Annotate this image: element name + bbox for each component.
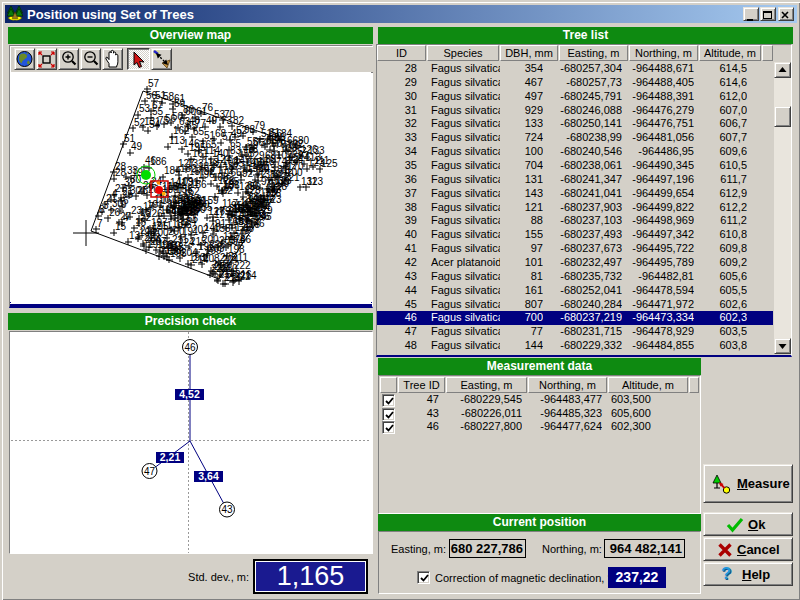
svg-text:188: 188 [182,202,199,213]
svg-text:46: 46 [145,155,157,166]
svg-text:2,21: 2,21 [160,451,181,463]
svg-text:52: 52 [134,117,146,128]
svg-text:136: 136 [223,180,240,191]
svg-text:4: 4 [123,212,129,223]
svg-text:198: 198 [157,239,174,250]
svg-text:73: 73 [255,137,267,148]
svg-text:50: 50 [172,111,184,122]
svg-text:55: 55 [193,126,205,137]
svg-text:193: 193 [189,252,206,263]
svg-text:157: 157 [223,161,240,172]
svg-text:30: 30 [130,174,142,185]
svg-text:98: 98 [244,124,256,135]
svg-text:105: 105 [230,208,247,219]
svg-text:95: 95 [288,152,300,163]
svg-text:81: 81 [269,127,281,138]
svg-text:211: 211 [232,252,248,263]
svg-text:211: 211 [218,268,234,279]
svg-text:26: 26 [109,207,121,218]
svg-text:111: 111 [314,155,330,166]
svg-text:132: 132 [301,176,318,187]
svg-text:121: 121 [283,172,300,183]
svg-text:73: 73 [221,115,233,126]
svg-text:28: 28 [115,167,127,178]
svg-text:55: 55 [152,106,164,117]
svg-text:186: 186 [190,179,207,190]
svg-text:49: 49 [131,141,143,152]
svg-text:8: 8 [99,204,105,215]
svg-text:155: 155 [238,148,255,159]
svg-text:21: 21 [106,193,118,204]
svg-text:57: 57 [148,78,160,89]
svg-text:4,52: 4,52 [179,388,200,400]
svg-text:76: 76 [202,102,214,113]
svg-text:184: 184 [164,165,181,176]
svg-text:59: 59 [174,98,186,109]
svg-text:156: 156 [253,211,270,222]
svg-text:47: 47 [144,466,156,477]
svg-text:118: 118 [162,181,178,192]
svg-text:301: 301 [130,185,147,196]
svg-text:182: 182 [180,163,197,174]
svg-text:22: 22 [140,212,152,223]
svg-text:49: 49 [206,115,218,126]
svg-text:7: 7 [97,218,103,229]
svg-text:58: 58 [163,91,175,102]
svg-text:9: 9 [121,199,127,210]
svg-text:56: 56 [146,90,158,101]
svg-text:53: 53 [139,103,151,114]
svg-text:80: 80 [258,163,270,174]
svg-text:87: 87 [212,159,224,170]
svg-text:46: 46 [184,342,196,353]
svg-text:60: 60 [185,106,197,117]
svg-text:43: 43 [221,504,233,515]
svg-text:3,64: 3,64 [198,470,219,482]
svg-text:54: 54 [149,119,161,130]
